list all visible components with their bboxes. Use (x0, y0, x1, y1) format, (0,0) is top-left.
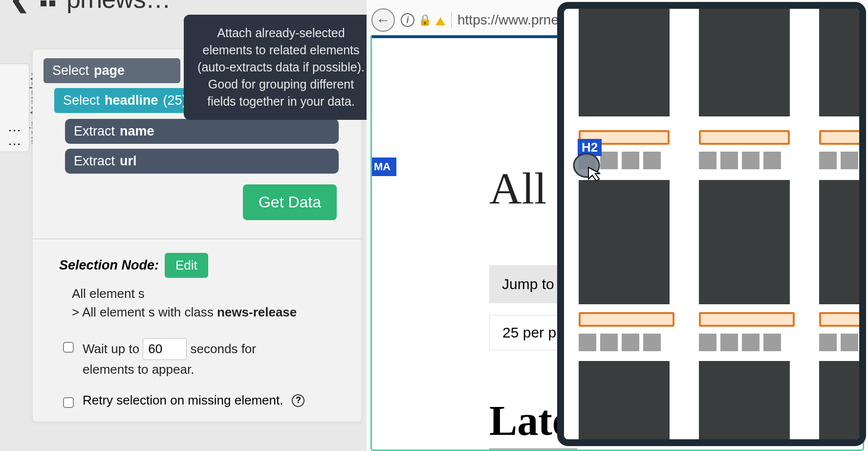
node-keyword: Extract (74, 124, 115, 139)
minimap-highlight-bar[interactable] (819, 130, 866, 145)
nav-chip: MA (370, 158, 396, 176)
project-title: prnews… (66, 0, 171, 14)
separator (451, 12, 452, 28)
node-extract-url[interactable]: Extract url (65, 149, 339, 174)
node-value: url (120, 154, 137, 169)
selection-line2-prefix: > All element s with class (72, 305, 217, 319)
svg-rect-3 (49, 0, 55, 6)
node-count: (25) (163, 93, 187, 108)
panel-divider (33, 239, 361, 239)
wait-option-row: Wait up to seconds for elements to appea… (43, 338, 350, 379)
node-keyword: Select (63, 93, 100, 108)
cursor-icon (572, 151, 606, 181)
get-data-button[interactable]: Get Data (243, 184, 337, 220)
page-minimap: H2 (557, 2, 866, 446)
minimap-highlight-bar[interactable] (819, 312, 866, 327)
selection-node-row: Selection Node: Edit (43, 253, 350, 278)
lock-icon[interactable]: 🔒 (418, 14, 432, 26)
selection-description: All element s > All element s with class… (43, 285, 350, 321)
node-keyword: Extract (74, 154, 115, 169)
minimap-block (579, 180, 670, 304)
warning-icon[interactable] (435, 17, 445, 25)
browser-back-button[interactable]: ← (371, 8, 395, 32)
retry-option-row: Retry selection on missing element.? (43, 393, 350, 408)
help-icon[interactable]: ? (292, 394, 304, 407)
node-extract-name[interactable]: Extract name (65, 119, 339, 144)
minimap-column (579, 9, 674, 439)
page-heading-all: All (489, 162, 547, 214)
back-chevron-icon[interactable]: ❮ (10, 0, 29, 13)
minimap-column (819, 9, 866, 439)
wait-pre: Wait up to (83, 341, 139, 356)
minimap-highlight-bar[interactable] (579, 312, 674, 327)
retry-checkbox[interactable] (63, 397, 74, 408)
minimap-column (699, 9, 795, 439)
node-children: Extract name Extract url (65, 119, 350, 174)
minimap-highlight-bar[interactable] (699, 130, 790, 145)
node-select-page[interactable]: Select page (43, 58, 180, 83)
address-icons: i 🔒 (401, 13, 445, 27)
node-value: name (120, 124, 154, 139)
drag-dots-icon[interactable]: ⋮⋮ (7, 123, 22, 151)
info-icon[interactable]: i (401, 13, 414, 27)
tooltip: Attach already-selected elements to rela… (184, 15, 378, 120)
svg-rect-2 (41, 0, 46, 6)
selection-line1: All element s (72, 285, 350, 303)
node-value: page (94, 63, 125, 78)
selection-node-label: Selection Node: (59, 258, 159, 273)
minimap-block (579, 361, 670, 446)
minimap-block (579, 2, 670, 116)
apps-grid-icon[interactable] (39, 0, 57, 8)
wait-seconds-input[interactable] (143, 338, 187, 360)
template-tab[interactable]: ⋮⋮ main_template (0, 64, 29, 152)
node-value: headline (105, 93, 158, 108)
minimap-highlight-bar[interactable] (699, 312, 795, 327)
retry-label: Retry selection on missing element. (83, 393, 283, 408)
node-keyword: Select (52, 63, 89, 78)
selection-class: news-release (217, 305, 297, 319)
wait-checkbox[interactable] (63, 342, 74, 353)
edit-button[interactable]: Edit (165, 253, 208, 278)
